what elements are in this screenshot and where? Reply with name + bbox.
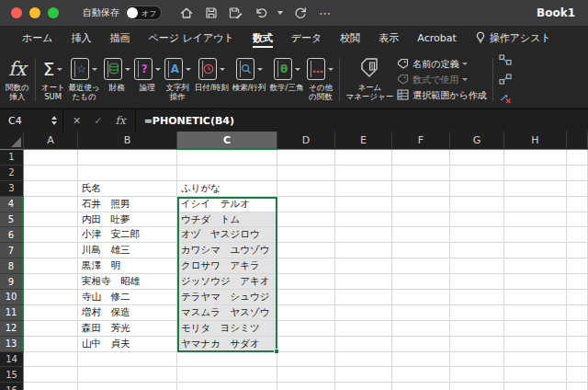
cell-C10[interactable]: テラヤマ シュウジ	[177, 290, 277, 305]
cell-F16[interactable]	[392, 383, 450, 390]
chevron-down-icon[interactable]	[257, 68, 263, 71]
row-header-11[interactable]: 11	[0, 305, 24, 321]
cell-A15[interactable]	[24, 367, 78, 383]
cell-C2[interactable]	[177, 166, 277, 181]
cell-I11[interactable]	[567, 305, 588, 321]
cell-F15[interactable]	[392, 367, 450, 383]
text-button[interactable]: A文字列操作	[163, 53, 193, 106]
cell-H11[interactable]	[504, 305, 567, 321]
undo-dropdown-icon[interactable]	[277, 11, 283, 15]
math-trig-button[interactable]: θ数学/三角	[268, 53, 306, 106]
tab-page-layout[interactable]: ページ レイアウト	[140, 26, 243, 51]
cell-A11[interactable]	[24, 305, 78, 321]
column-header-C[interactable]: C	[177, 132, 277, 150]
cell-F13[interactable]	[392, 337, 450, 352]
cell-G10[interactable]	[450, 290, 504, 305]
column-header-G[interactable]: G	[450, 132, 504, 150]
cell-B8[interactable]: 黒澤 明	[78, 258, 177, 274]
cell-I4[interactable]	[567, 197, 588, 212]
datetime-button[interactable]: 日付/時刻	[193, 53, 231, 106]
cell-B13[interactable]: 山中 貞夫	[78, 337, 177, 352]
chevron-down-icon[interactable]	[92, 68, 97, 71]
cell-A10[interactable]	[24, 290, 78, 305]
row-header-3[interactable]: 3	[0, 181, 24, 197]
cell-G13[interactable]	[450, 337, 504, 352]
cell-I2[interactable]	[567, 166, 588, 181]
cell-E8[interactable]	[335, 258, 392, 274]
tab-review[interactable]: 校閲	[331, 26, 369, 51]
trace-dependents-icon[interactable]	[499, 71, 512, 88]
cell-E6[interactable]	[335, 227, 392, 243]
cell-G14[interactable]	[450, 352, 504, 368]
lookup-button[interactable]: 検索/行列	[231, 53, 268, 106]
cell-C12[interactable]: モリタ ヨシミツ	[177, 321, 277, 337]
cell-D12[interactable]	[277, 321, 335, 337]
cell-D9[interactable]	[277, 274, 335, 290]
autosave-toggle[interactable]: オフ	[125, 6, 162, 20]
cell-C6[interactable]: オヅ ヤスジロウ	[177, 227, 277, 243]
row-header-4[interactable]: 4	[0, 197, 24, 212]
chevron-down-icon[interactable]	[125, 68, 130, 71]
cell-B12[interactable]: 森田 芳光	[78, 321, 177, 337]
cell-B14[interactable]	[78, 352, 177, 368]
cell-I8[interactable]	[567, 258, 588, 274]
cell-F8[interactable]	[392, 258, 450, 274]
redo-icon[interactable]	[292, 6, 308, 21]
trace-precedents-icon[interactable]	[499, 52, 512, 69]
cell-B16[interactable]	[78, 383, 177, 390]
cell-D10[interactable]	[277, 290, 335, 305]
cell-D11[interactable]	[277, 305, 335, 321]
cell-A8[interactable]	[24, 258, 78, 274]
cell-D6[interactable]	[277, 227, 335, 243]
cell-C9[interactable]: ジッソウジ アキオ	[177, 274, 277, 290]
cell-E1[interactable]	[335, 150, 392, 166]
cell-A5[interactable]	[24, 212, 78, 228]
cell-C15[interactable]	[177, 367, 277, 383]
cell-D3[interactable]	[277, 181, 335, 197]
cell-D2[interactable]	[277, 166, 335, 181]
cell-G2[interactable]	[450, 166, 504, 181]
cell-C3[interactable]: ふりがな	[177, 181, 277, 197]
cell-E9[interactable]	[335, 274, 392, 290]
tab-home[interactable]: ホーム	[13, 26, 62, 51]
cell-D7[interactable]	[277, 243, 335, 258]
cell-G5[interactable]	[450, 212, 504, 228]
cell-C16[interactable]	[177, 383, 277, 390]
name-box-stepper[interactable]	[51, 116, 57, 125]
chevron-down-icon[interactable]	[295, 68, 300, 71]
cell-G16[interactable]	[450, 383, 504, 390]
create-from-selection-button[interactable]: 選択範囲から作成	[397, 89, 486, 102]
insert-function-button[interactable]: fx関数の挿入	[4, 53, 31, 106]
cell-D5[interactable]	[277, 212, 335, 228]
zoom-window-button[interactable]	[48, 7, 59, 18]
cell-C11[interactable]: マスムラ ヤスゾウ	[177, 305, 277, 321]
cell-A4[interactable]	[24, 197, 78, 212]
cell-B3[interactable]: 氏名	[78, 181, 177, 197]
column-header-A[interactable]: A	[24, 132, 78, 150]
tab-draw[interactable]: 描画	[101, 26, 140, 51]
cell-E15[interactable]	[335, 367, 392, 383]
row-header-1[interactable]: 1	[0, 150, 24, 166]
cell-I5[interactable]	[567, 212, 588, 228]
cell-H9[interactable]	[504, 274, 567, 290]
cell-G9[interactable]	[450, 274, 504, 290]
define-name-button[interactable]: 名前の定義	[397, 58, 486, 71]
autosum-button[interactable]: ΣオートSUM	[40, 53, 67, 106]
cell-H1[interactable]	[504, 150, 567, 166]
cell-B7[interactable]: 川島 雄三	[78, 243, 177, 258]
cell-F11[interactable]	[392, 305, 450, 321]
column-header-D[interactable]: D	[277, 132, 335, 150]
cell-I13[interactable]	[567, 337, 588, 352]
cell-E12[interactable]	[335, 321, 392, 337]
home-icon[interactable]	[178, 6, 194, 21]
cell-E2[interactable]	[335, 166, 392, 181]
cell-D14[interactable]	[277, 352, 335, 368]
cell-I3[interactable]	[567, 181, 588, 197]
column-header-partial[interactable]	[567, 132, 588, 150]
cell-C7[interactable]: カワシマ ユウゾウ	[177, 243, 277, 258]
name-box[interactable]: C4	[0, 115, 51, 127]
cancel-icon[interactable]: ✕	[73, 115, 81, 127]
minimize-window-button[interactable]	[29, 7, 40, 18]
save-as-icon[interactable]	[228, 6, 243, 21]
cell-F1[interactable]	[392, 150, 450, 166]
